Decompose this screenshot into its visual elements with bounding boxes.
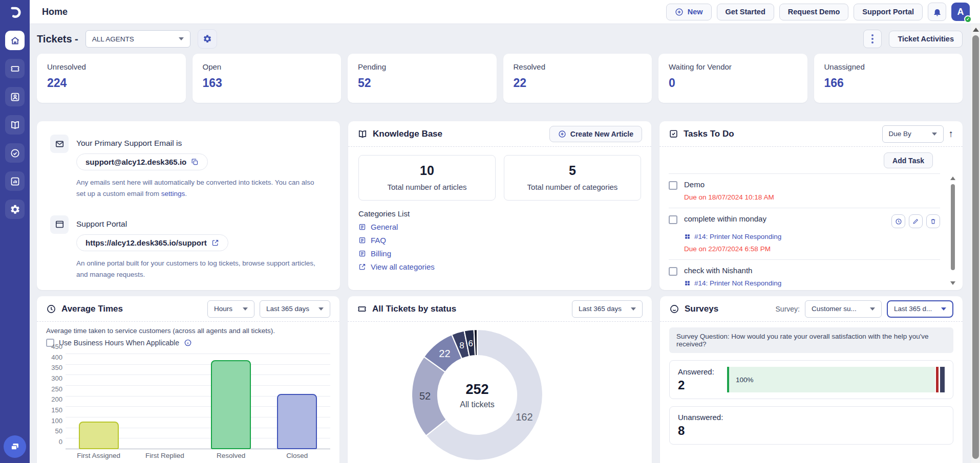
task-delete-button[interactable]	[926, 214, 940, 228]
bar-slot-closed	[264, 354, 330, 449]
tasks-list: Add Task Demo Due on 18/07/2024 10:18 AM	[659, 147, 963, 290]
y-axis: 450400350300250200150100500	[46, 354, 66, 449]
donut-segment-label: 22	[439, 348, 450, 359]
average-times-card: Average Times Hours Last 365 days Averag…	[37, 296, 339, 463]
sidebar-item-tickets[interactable]	[5, 59, 25, 78]
create-new-article-button[interactable]: Create New Article	[549, 126, 642, 142]
stat-value: 163	[203, 76, 331, 90]
scroll-down-arrow[interactable]	[950, 281, 955, 285]
stat-card-pending[interactable]: Pending 52	[348, 54, 497, 103]
stat-card-unresolved[interactable]: Unresolved 224	[37, 54, 186, 103]
ticket-activities-button[interactable]: Ticket Activities	[889, 31, 963, 48]
sidebar-item-reports[interactable]	[5, 171, 25, 191]
task-edit-button[interactable]	[909, 214, 923, 228]
task-due-date: Due on 18/07/2024 10:18 AM	[684, 193, 940, 201]
plus-circle-icon	[558, 130, 566, 138]
sidebar-item-home[interactable]	[5, 31, 25, 50]
task-checkbox[interactable]	[669, 215, 677, 224]
sidebar-item-settings[interactable]	[5, 200, 25, 219]
stat-card-unassigned[interactable]: Unassigned 166	[814, 54, 963, 103]
task-reschedule-button[interactable]	[891, 214, 905, 228]
trash-icon	[930, 218, 936, 225]
sidebar-item-tasks[interactable]	[5, 143, 25, 163]
user-avatar[interactable]: A ✓	[951, 3, 970, 21]
book-icon	[357, 129, 368, 139]
scroll-up-arrow[interactable]	[950, 177, 955, 180]
stat-card-resolved[interactable]: Resolved 22	[503, 54, 652, 103]
avg-range-filter-select[interactable]: Last 365 days	[260, 300, 330, 318]
kb-title: Knowledge Base	[373, 129, 442, 139]
tickets-bar: Tickets - ALL AGENTS Ticket Activities	[37, 24, 963, 53]
sidebar-item-contacts[interactable]	[5, 87, 25, 106]
category-link-faq[interactable]: FAQ	[358, 236, 386, 245]
category-link-billing[interactable]: Billing	[358, 249, 391, 258]
desk365-logo-icon	[8, 5, 22, 19]
chat-button[interactable]	[4, 435, 26, 458]
caret-down-icon	[318, 307, 324, 311]
browser-icon	[55, 219, 65, 229]
task-sort-select[interactable]: Due By	[882, 125, 944, 143]
categories-count-box: 5 Total number of categories	[504, 155, 641, 201]
knowledge-base-card: Knowledge Base Create New Article 10 Tot…	[348, 121, 651, 290]
category-link-general[interactable]: General	[358, 223, 398, 231]
task-ticket-link[interactable]: #14: Printer Not Responding	[684, 279, 940, 287]
get-started-button[interactable]: Get Started	[717, 4, 774, 20]
info-icon[interactable]	[184, 339, 192, 347]
agents-filter-select[interactable]: ALL AGENTS	[86, 30, 190, 48]
sort-direction-button[interactable]: ↑	[949, 128, 954, 140]
scrollbar-thumb[interactable]	[951, 184, 955, 270]
bar-slot-first-assigned	[66, 354, 132, 449]
bar[interactable]	[277, 394, 317, 449]
scrollbar-thumb[interactable]	[972, 35, 979, 459]
bar[interactable]	[79, 422, 119, 449]
survey-range-filter-select[interactable]: Last 365 d...	[887, 300, 953, 318]
notifications-button[interactable]	[928, 3, 946, 21]
answered-bar-navy-tick	[940, 367, 945, 392]
app-logo[interactable]	[0, 0, 30, 24]
status-range-filter-select[interactable]: Last 365 days	[572, 300, 643, 318]
tickets-title: Tickets -	[37, 33, 78, 45]
support-portal-button[interactable]: Support Portal	[854, 4, 923, 20]
bar[interactable]	[211, 360, 251, 449]
view-all-categories-link[interactable]: View all categories	[358, 262, 435, 271]
caret-down-icon	[243, 307, 248, 311]
chat-icon	[9, 441, 20, 452]
contacts-icon	[10, 92, 20, 102]
mail-icon	[55, 139, 65, 149]
survey-filter-select[interactable]: Customer su...	[805, 300, 882, 318]
ticket-icon	[10, 63, 20, 74]
page-scrollbar[interactable]	[971, 24, 980, 463]
task-checkbox[interactable]	[669, 181, 677, 190]
clock-icon	[895, 218, 902, 225]
stat-card-waiting-for-vendor[interactable]: Waiting for Vendor 0	[658, 54, 807, 103]
add-task-button[interactable]: Add Task	[884, 152, 933, 168]
request-demo-button[interactable]: Request Demo	[779, 4, 849, 20]
status-donut-chart: 162522286252All tickets	[348, 322, 652, 463]
support-email-pill[interactable]: support@alcy12.desk365.io	[76, 153, 208, 170]
scroll-up-arrow[interactable]	[973, 28, 979, 32]
tickets-by-status-title: All Tickets by status	[372, 304, 456, 314]
unit-filter-select[interactable]: Hours	[207, 300, 254, 318]
clock-icon	[46, 304, 56, 314]
tickets-more-button[interactable]	[863, 30, 882, 48]
tasks-scrollbar[interactable]	[950, 177, 955, 285]
settings-link[interactable]: settings	[161, 190, 185, 197]
y-tick-label: 200	[51, 395, 62, 403]
stat-card-open[interactable]: Open 163	[193, 54, 342, 103]
email-note: Any emails sent here will automatically …	[76, 177, 318, 200]
donut-center-label: All tickets	[460, 400, 495, 409]
avg-times-description: Average time taken to service customers …	[46, 327, 330, 335]
donut-segment-label: 6	[468, 339, 473, 348]
copy-icon[interactable]	[191, 158, 199, 166]
sidebar-item-knowledge-base[interactable]	[5, 115, 25, 135]
answered-count: 2	[678, 378, 727, 392]
new-button[interactable]: New	[666, 4, 712, 20]
external-link-icon[interactable]	[211, 239, 219, 247]
stat-value: 166	[824, 76, 953, 90]
task-checkbox[interactable]	[669, 267, 677, 276]
top-bar: Home New Get Started Request Demo Suppor…	[30, 0, 980, 24]
portal-url-pill[interactable]: https://alcy12.desk365.io/support	[76, 234, 228, 251]
task-ticket-link[interactable]: #14: Printer Not Responding	[684, 233, 940, 240]
ticket-settings-button[interactable]	[198, 29, 217, 49]
portal-note: An online portal built for your customer…	[76, 258, 318, 281]
